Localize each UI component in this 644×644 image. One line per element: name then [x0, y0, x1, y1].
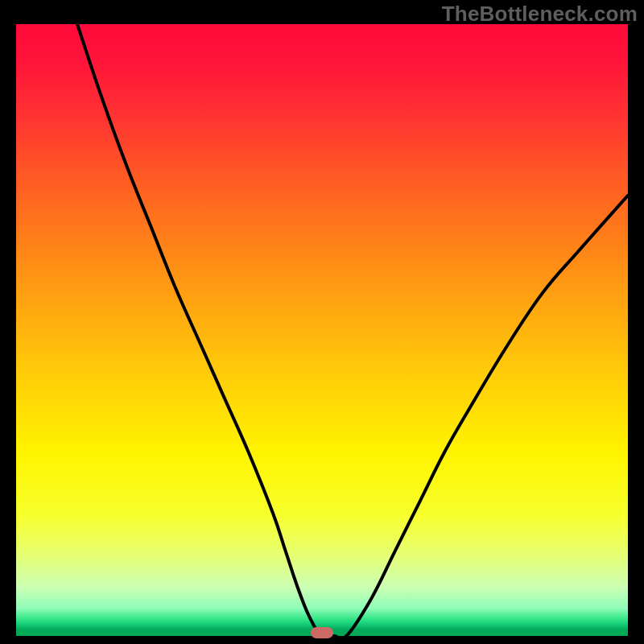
bottleneck-marker [311, 627, 333, 638]
plot-area [16, 24, 628, 636]
curve-path [77, 24, 628, 636]
watermark-text: TheBottleneck.com [442, 2, 638, 27]
chart-frame: TheBottleneck.com [0, 0, 644, 644]
curve-svg [16, 24, 628, 636]
